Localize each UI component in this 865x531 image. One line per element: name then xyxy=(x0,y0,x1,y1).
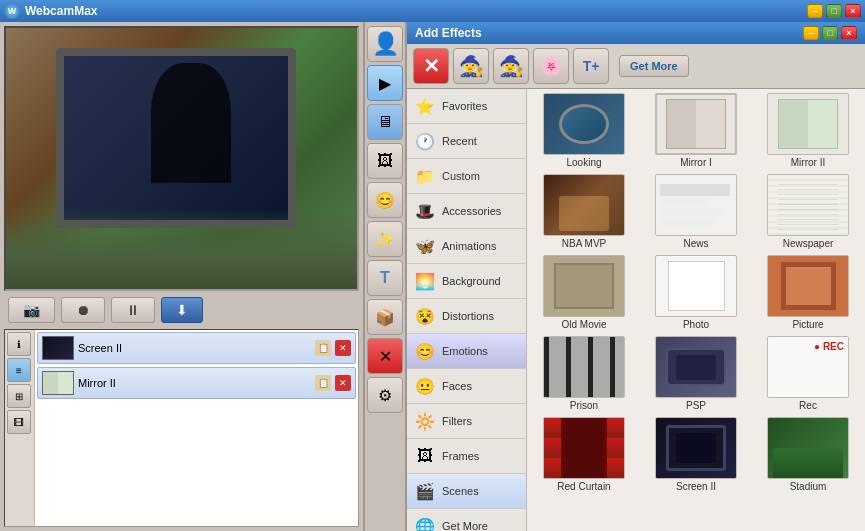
effect-thumb-newspaper xyxy=(767,174,849,236)
pause-icon: ⏸ xyxy=(126,302,140,318)
download-icon: ⬇ xyxy=(176,302,188,318)
cat-label-accessories: Accessories xyxy=(442,205,501,217)
tool-delete-red[interactable]: ✕ xyxy=(367,338,403,374)
record-button[interactable]: ⏺ xyxy=(61,297,105,323)
main-container: 📷 ⏺ ⏸ ⬇ ℹ ≡ ⊞ 🎞 Screen II xyxy=(0,22,865,531)
effect-label-photo: Photo xyxy=(683,319,709,330)
cat-item-faces[interactable]: 😐 Faces xyxy=(407,369,526,404)
tool-box[interactable]: 📦 xyxy=(367,299,403,335)
layer-copy-button-2[interactable]: 📋 xyxy=(315,375,331,391)
effect-looking[interactable]: Looking xyxy=(531,93,637,168)
cat-label-emotions: Emotions xyxy=(442,345,488,357)
cat-item-emotions[interactable]: 😊 Emotions xyxy=(407,334,526,369)
effect-thumb-prison xyxy=(543,336,625,398)
effect-thumb-psp xyxy=(655,336,737,398)
effect-mirror1[interactable]: Mirror I xyxy=(643,93,749,168)
person-silhouette xyxy=(151,63,231,183)
effect-tab-text[interactable]: T+ xyxy=(573,48,609,84)
effect-screen2[interactable]: Screen II xyxy=(643,417,749,492)
maximize-button[interactable]: □ xyxy=(826,4,842,18)
effects-maximize-button[interactable]: □ xyxy=(822,26,838,40)
effect-nbamvp[interactable]: NBA MVP xyxy=(531,174,637,249)
preview-crowd xyxy=(6,209,357,289)
film-button[interactable]: 🎞 xyxy=(7,410,31,434)
tool-video[interactable]: ▶ xyxy=(367,65,403,101)
minimize-button[interactable]: – xyxy=(807,4,823,18)
effect-oldmovie[interactable]: Old Movie xyxy=(531,255,637,330)
left-panel: 📷 ⏺ ⏸ ⬇ ℹ ≡ ⊞ 🎞 Screen II xyxy=(0,22,365,531)
effect-label-psp: PSP xyxy=(686,400,706,411)
pause-button[interactable]: ⏸ xyxy=(111,297,155,323)
effect-tab-wizard[interactable]: 🧙 xyxy=(453,48,489,84)
effect-label-looking: Looking xyxy=(566,157,601,168)
cat-item-animations[interactable]: 🦋 Animations xyxy=(407,229,526,264)
frames-icon: 🖼 xyxy=(413,444,437,468)
effect-label-oldmovie: Old Movie xyxy=(561,319,606,330)
effects-grid-area: Looking Mirror I Mirror II xyxy=(527,89,865,531)
recent-icon: 🕐 xyxy=(413,129,437,153)
camera-icon: 📷 xyxy=(23,302,40,318)
animations-icon: 🦋 xyxy=(413,234,437,258)
cat-item-get-more[interactable]: 🌐 Get More xyxy=(407,509,526,531)
tool-screen[interactable]: 🖥 xyxy=(367,104,403,140)
layer-item[interactable]: Screen II 📋 ✕ xyxy=(37,332,356,364)
effect-thumb-mirror1 xyxy=(655,93,737,155)
tool-person[interactable]: 👤 xyxy=(367,26,403,62)
effects-minimize-button[interactable]: – xyxy=(803,26,819,40)
cat-item-favorites[interactable]: ⭐ Favorites xyxy=(407,89,526,124)
effect-label-mirror1: Mirror I xyxy=(680,157,712,168)
get-more-button[interactable]: Get More xyxy=(619,55,689,77)
effect-picture[interactable]: Picture xyxy=(755,255,861,330)
effects-close-button[interactable]: × xyxy=(841,26,857,40)
effect-psp[interactable]: PSP xyxy=(643,336,749,411)
cat-item-scenes[interactable]: 🎬 Scenes xyxy=(407,474,526,509)
cat-item-filters[interactable]: 🔆 Filters xyxy=(407,404,526,439)
layer-icons: ℹ ≡ ⊞ 🎞 xyxy=(5,330,35,526)
tool-settings[interactable]: ⚙ xyxy=(367,377,403,413)
cat-item-recent[interactable]: 🕐 Recent xyxy=(407,124,526,159)
cat-item-background[interactable]: 🌅 Background xyxy=(407,264,526,299)
effect-newspaper[interactable]: Newspaper xyxy=(755,174,861,249)
effect-label-prison: Prison xyxy=(570,400,598,411)
filters-icon: 🔆 xyxy=(413,409,437,433)
scenes-icon: 🎬 xyxy=(413,479,437,503)
effect-label-nbamvp: NBA MVP xyxy=(562,238,606,249)
camera-button[interactable]: 📷 xyxy=(8,297,55,323)
cat-item-custom[interactable]: 📁 Custom xyxy=(407,159,526,194)
effect-redcurtain[interactable]: Red Curtain xyxy=(531,417,637,492)
layer-delete-button[interactable]: ✕ xyxy=(335,340,351,356)
title-bar: W WebcamMax – □ × xyxy=(0,0,865,22)
effect-label-news: News xyxy=(683,238,708,249)
effect-news[interactable]: News xyxy=(643,174,749,249)
cat-label-frames: Frames xyxy=(442,450,479,462)
info-button[interactable]: ℹ xyxy=(7,332,31,356)
layer-panel: ℹ ≡ ⊞ 🎞 Screen II 📋 ✕ Mirror II 📋 ✕ xyxy=(4,329,359,527)
grid-button[interactable]: ⊞ xyxy=(7,384,31,408)
tool-face[interactable]: 😊 xyxy=(367,182,403,218)
effect-tab-add[interactable]: 🌸 xyxy=(533,48,569,84)
download-button[interactable]: ⬇ xyxy=(161,297,203,323)
effect-photo[interactable]: Photo xyxy=(643,255,749,330)
close-button[interactable]: × xyxy=(845,4,861,18)
effect-tab-remove[interactable]: ✕ xyxy=(413,48,449,84)
effect-rec[interactable]: ● REC Rec xyxy=(755,336,861,411)
tool-picture[interactable]: 🖼 xyxy=(367,143,403,179)
effect-tab-wizard2[interactable]: 🧙 xyxy=(493,48,529,84)
effect-thumb-oldmovie xyxy=(543,255,625,317)
list-button[interactable]: ≡ xyxy=(7,358,31,382)
effect-mirror2[interactable]: Mirror II xyxy=(755,93,861,168)
cat-label-filters: Filters xyxy=(442,415,472,427)
layer-copy-button[interactable]: 📋 xyxy=(315,340,331,356)
effect-thumb-photo xyxy=(655,255,737,317)
effect-stadium[interactable]: Stadium xyxy=(755,417,861,492)
cat-item-accessories[interactable]: 🎩 Accessories xyxy=(407,194,526,229)
layer-name-mirror2: Mirror II xyxy=(78,377,311,389)
cat-item-distortions[interactable]: 😵 Distortions xyxy=(407,299,526,334)
effect-thumb-looking xyxy=(543,93,625,155)
tool-text[interactable]: T xyxy=(367,260,403,296)
tool-magic[interactable]: ✨ xyxy=(367,221,403,257)
cat-item-frames[interactable]: 🖼 Frames xyxy=(407,439,526,474)
layer-item[interactable]: Mirror II 📋 ✕ xyxy=(37,367,356,399)
effect-prison[interactable]: Prison xyxy=(531,336,637,411)
layer-delete-button-2[interactable]: ✕ xyxy=(335,375,351,391)
